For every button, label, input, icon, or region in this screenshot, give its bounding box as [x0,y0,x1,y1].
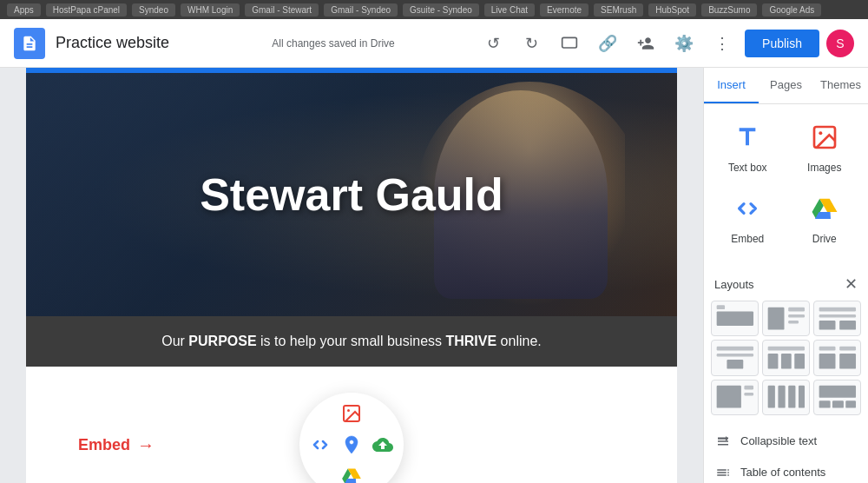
panel-tabs: Insert Pages Themes [704,68,868,104]
collapsible-text-icon [714,433,732,450]
svg-rect-16 [716,354,753,357]
publish-button[interactable]: Publish [745,30,819,57]
insert-drive[interactable]: Drive [788,186,862,254]
layout-thumb-8[interactable] [762,380,810,415]
embed-arrow-icon: → [137,435,155,455]
svg-rect-13 [819,321,835,330]
right-panel: Insert Pages Themes Text box Images [703,68,868,483]
more-item-collapsible-text[interactable]: Collapsible text [711,426,861,457]
table-of-contents-label: Table of contents [740,466,825,479]
browser-tab[interactable]: Syndeo [132,3,175,17]
svg-rect-9 [788,314,805,318]
redo-button[interactable]: ↻ [516,28,547,59]
app-header: Practice website All changes saved in Dr… [0,19,868,68]
tab-pages[interactable]: Pages [759,68,813,103]
svg-rect-15 [716,347,753,351]
svg-rect-20 [781,354,792,369]
browser-tab[interactable]: WHM Login [181,3,240,17]
insert-text-box[interactable]: Text box [711,115,785,182]
images-label: Images [807,162,841,174]
popup-upload-icon[interactable] [369,431,397,459]
browser-tab[interactable]: Gmail - Stewart [245,3,319,17]
canvas-area: Stewart Gauld Our PURPOSE is to help you… [0,68,703,483]
popup-image-icon[interactable] [338,400,365,427]
add-user-button[interactable] [630,28,661,59]
svg-point-4 [819,131,822,135]
collapsible-text-label: Collapsible text [740,434,817,447]
svg-rect-12 [819,314,855,318]
browser-tab[interactable]: Gmail - Syndeo [324,3,398,17]
browser-tab[interactable]: HostPapa cPanel [46,3,127,17]
browser-tab[interactable]: SEMrush [594,3,643,17]
embed-icon [733,195,761,228]
svg-rect-31 [788,386,795,408]
embed-label: Embed [78,436,130,454]
browser-tab[interactable]: Live Chat [484,3,535,17]
layout-thumb-4[interactable] [711,340,759,375]
text-box-icon [733,123,761,156]
layouts-section: Layouts ✕ [704,264,868,422]
avatar[interactable]: S [826,30,854,57]
browser-tab[interactable]: BuzzSumo [701,3,757,17]
hero-name: Stewart Gauld [200,169,503,221]
svg-rect-5 [716,311,753,325]
svg-rect-24 [819,354,835,369]
popup-embed-icon[interactable] [306,431,334,459]
layout-thumb-6[interactable] [813,340,861,375]
svg-rect-34 [819,401,830,408]
svg-rect-25 [839,354,856,369]
hero-text-container: Stewart Gauld [200,169,503,221]
images-icon [811,123,838,156]
insert-embed[interactable]: Embed [711,186,785,254]
layouts-grid [711,301,861,415]
layout-thumb-7[interactable] [711,380,759,415]
more-item-table-of-contents[interactable]: Table of contents [711,457,861,483]
settings-button[interactable]: ⚙️ [668,28,700,59]
svg-rect-18 [767,347,804,351]
more-button[interactable]: ⋮ [707,28,738,59]
link-button[interactable]: 🔗 [592,28,623,59]
header-actions: ↺ ↻ 🔗 ⚙️ ⋮ Publish S [477,28,854,59]
insert-images[interactable]: Images [788,115,862,182]
svg-rect-36 [845,401,856,408]
svg-rect-11 [819,308,855,312]
layout-thumb-3[interactable] [813,301,861,336]
browser-tab[interactable]: Apps [7,3,41,17]
svg-rect-10 [788,321,799,324]
layouts-close-button[interactable]: ✕ [845,275,858,294]
svg-rect-8 [788,308,805,312]
tab-insert[interactable]: Insert [704,68,759,103]
layout-thumb-2[interactable] [762,301,810,336]
svg-rect-21 [794,354,805,369]
embed-label-container: Embed → [78,435,155,455]
layouts-title: Layouts [714,278,754,291]
preview-button[interactable] [554,28,585,59]
embed-label-right: Embed [731,233,764,245]
svg-rect-35 [832,401,844,408]
save-status: All changes saved in Drive [200,37,467,50]
svg-rect-22 [819,347,835,351]
svg-point-2 [347,409,350,412]
svg-rect-26 [716,386,740,408]
browser-tab[interactable]: Gsuite - Syndeo [403,3,479,17]
embed-section[interactable]: Embed → [26,367,677,483]
insert-grid: Text box Images Embed Driv [704,104,868,264]
layout-thumb-9[interactable] [813,380,861,415]
circular-popup-menu [299,393,404,483]
browser-tab[interactable]: HubSpot [648,3,696,17]
layout-thumb-1[interactable] [711,301,759,336]
svg-rect-32 [799,386,805,408]
svg-rect-29 [767,386,774,408]
browser-tab[interactable]: Google Ads [762,3,821,17]
undo-button[interactable]: ↺ [477,28,509,59]
layout-thumb-5[interactable] [762,340,810,375]
drive-label: Drive [812,233,837,245]
tab-themes[interactable]: Themes [813,68,868,103]
svg-rect-6 [716,305,724,309]
purpose-text-part3: online. [496,334,542,348]
popup-maps-icon[interactable] [338,431,365,459]
popup-drive-icon[interactable] [338,462,365,483]
hero-section[interactable]: Stewart Gauld [26,73,677,316]
svg-rect-27 [744,386,753,390]
browser-tab[interactable]: Evernote [540,3,589,17]
